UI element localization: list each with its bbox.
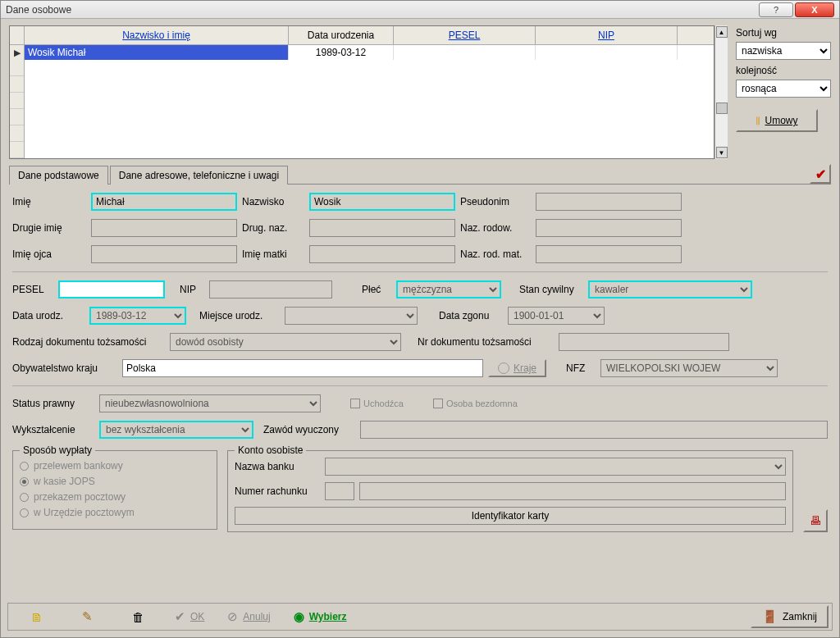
pay-opt4[interactable]: w Urzędzie pocztowym — [20, 507, 210, 518]
nr-dok-field[interactable] — [559, 333, 729, 351]
nazwisko-field[interactable] — [309, 193, 455, 211]
pseudonim-field[interactable] — [536, 193, 682, 211]
bank-select[interactable] — [325, 458, 786, 476]
stan-label: Stan cywilny — [519, 284, 583, 295]
bank-label: Nazwa banku — [235, 461, 320, 472]
imie-ojca-field[interactable] — [91, 245, 237, 263]
zawod-label: Zawód wyuczony — [263, 424, 355, 435]
cancel-icon: ⊘ — [227, 609, 238, 624]
anuluj-button[interactable]: ⊘Anuluj — [217, 605, 281, 628]
naz-rodow-field[interactable] — [536, 219, 682, 237]
ok-button[interactable]: ✔OK — [164, 605, 215, 628]
tab-basic[interactable]: Dane podstawowe — [9, 166, 108, 185]
miejsce-urodz-select[interactable] — [285, 307, 418, 325]
cell-name[interactable]: Wosik Michał — [25, 45, 289, 60]
nazwisko-label: Nazwisko — [242, 196, 304, 207]
imie-matki-field[interactable] — [309, 245, 455, 263]
wyksztalcenie-select[interactable]: bez wykształcenia — [99, 421, 253, 439]
pesel-field[interactable] — [58, 280, 165, 298]
drug-naz-label: Drug. naz. — [242, 222, 304, 234]
trash-icon: 🗑 — [132, 610, 144, 624]
cell-nip[interactable] — [536, 45, 678, 60]
nip-field[interactable] — [209, 280, 332, 298]
status-label: Status prawny — [12, 398, 94, 409]
drugie-imie-field[interactable] — [91, 219, 237, 237]
pay-opt1[interactable]: przelewem bankowy — [20, 460, 210, 472]
pay-opt2[interactable]: w kasie JOPS — [20, 476, 210, 487]
persons-grid[interactable]: Nazwisko i imię Data urodzenia PESEL NIP… — [9, 25, 714, 159]
zawod-field[interactable] — [360, 421, 828, 439]
window-title: Dane osobowe — [6, 4, 759, 16]
pseudonim-label: Pseudonim — [460, 196, 531, 207]
imie-label: Imię — [12, 196, 86, 207]
cell-dob[interactable]: 1989-03-12 — [289, 45, 394, 60]
imie-field[interactable] — [91, 193, 237, 211]
cell-pesel[interactable] — [394, 45, 536, 60]
door-icon: 🚪 — [762, 609, 778, 624]
data-zgonu-select[interactable]: 1900-01-01 — [508, 307, 605, 325]
acct-number-field[interactable] — [359, 482, 786, 500]
imie-ojca-label: Imię ojca — [12, 248, 86, 260]
table-row[interactable]: ▶ Wosik Michał 1989-03-12 — [10, 45, 714, 60]
edit-button[interactable]: ✎ — [62, 605, 112, 628]
card-id-button[interactable]: Identyfikator karty — [235, 507, 786, 525]
acct-prefix-field[interactable] — [325, 482, 354, 500]
row-selector-header — [10, 26, 25, 44]
pay-opt3[interactable]: przekazem pocztowy — [20, 491, 210, 503]
col-name[interactable]: Nazwisko i imię — [25, 26, 289, 44]
scroll-up-icon[interactable]: ▲ — [716, 26, 728, 38]
rodzaj-dok-select[interactable]: dowód osobisty — [170, 333, 401, 351]
bezdomna-checkbox[interactable]: Osoba bezdomna — [433, 399, 518, 408]
stan-select[interactable]: kawaler — [588, 280, 752, 298]
status-select[interactable]: nieubezwłasnowolniona — [99, 394, 321, 412]
nfz-select[interactable]: WIELKOPOLSKI WOJEW — [600, 359, 778, 377]
kraje-button[interactable]: Kraje — [488, 359, 546, 377]
plec-label: Płeć — [362, 284, 391, 295]
grid-scrollbar[interactable]: ▲ ▼ — [714, 25, 728, 159]
titlebar: Dane osobowe ? X — [1, 1, 839, 19]
scroll-down-icon[interactable]: ▼ — [716, 147, 728, 158]
globe-icon — [498, 362, 509, 374]
drug-naz-field[interactable] — [309, 219, 455, 237]
naz-rod-mat-label: Naz. rod. mat. — [460, 248, 531, 260]
edit-icon: ✎ — [82, 609, 93, 624]
close-window-button[interactable]: X — [795, 2, 834, 17]
order-select[interactable]: rosnąca — [736, 80, 831, 98]
payment-legend: Sposób wypłaty — [20, 444, 95, 456]
drugie-imie-label: Drugie imię — [12, 222, 86, 234]
imie-matki-label: Imię matki — [242, 248, 304, 260]
naz-rod-mat-field[interactable] — [536, 245, 682, 263]
plec-select[interactable]: mężczyzna — [396, 280, 501, 298]
miejsce-urodz-label: Miejsce urodz. — [199, 310, 280, 321]
col-pesel[interactable]: PESEL — [394, 26, 536, 44]
obywatelstwo-field[interactable] — [122, 359, 483, 377]
data-urodz-select[interactable]: 1989-03-12 — [89, 307, 186, 325]
nfz-label: NFZ — [566, 362, 596, 374]
wybierz-button[interactable]: ◉Wybierz — [283, 605, 358, 628]
acct-label: Numer rachunku — [235, 485, 320, 497]
naz-rodow-label: Naz. rodow. — [460, 222, 531, 234]
scroll-thumb[interactable] — [716, 103, 728, 114]
bottom-toolbar: 🗎 ✎ 🗑 ✔OK ⊘Anuluj ◉Wybierz 🚪Zamknij — [7, 603, 833, 631]
validate-button[interactable]: ✔ — [810, 164, 831, 184]
help-button[interactable]: ? — [759, 2, 793, 17]
pesel-label: PESEL — [12, 284, 53, 295]
delete-button[interactable]: 🗑 — [113, 605, 162, 628]
sortby-label: Sortuj wg — [736, 27, 831, 39]
wyksztalcenie-label: Wykształcenie — [12, 424, 94, 435]
check-icon: ✔ — [815, 166, 826, 182]
umowy-button[interactable]: ⫴ Umowy — [736, 109, 818, 132]
new-button[interactable]: 🗎 — [11, 605, 61, 628]
contracts-icon: ⫴ — [756, 114, 760, 128]
print-button[interactable]: 🖶 — [803, 509, 828, 532]
printer-icon: 🖶 — [810, 514, 821, 527]
uchodzca-checkbox[interactable]: Uchodźca — [350, 399, 404, 408]
account-legend: Konto osobiste — [235, 444, 306, 456]
nr-dok-label: Nr dokumentu tożsamości — [418, 336, 554, 348]
row-indicator-icon: ▶ — [10, 45, 25, 60]
col-nip[interactable]: NIP — [536, 26, 678, 44]
zamknij-button[interactable]: 🚪Zamknij — [751, 605, 829, 628]
sortby-select[interactable]: nazwiska — [736, 42, 831, 60]
tab-address[interactable]: Dane adresowe, telefoniczne i uwagi — [110, 166, 288, 185]
col-dob[interactable]: Data urodzenia — [289, 26, 394, 44]
